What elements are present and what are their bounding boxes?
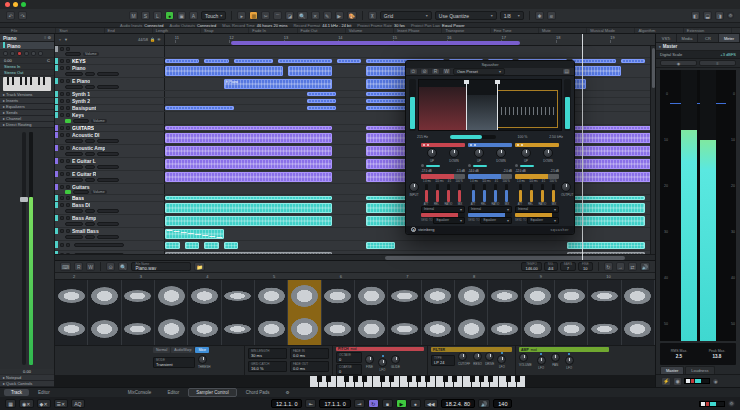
band-mini-slider[interactable]: [458, 184, 461, 202]
track-mini-slider[interactable]: [65, 209, 83, 213]
waveform-slice[interactable]: [322, 280, 355, 345]
pitch-lfo-knob[interactable]: [378, 358, 387, 367]
track-mini-slider[interactable]: [85, 72, 95, 76]
track-solo-button[interactable]: [66, 172, 70, 176]
audio-event[interactable]: [165, 196, 332, 200]
track-solo-button[interactable]: [66, 133, 70, 137]
audio-event[interactable]: [572, 59, 616, 63]
audio-event[interactable]: [307, 106, 336, 110]
audio-event[interactable]: [567, 242, 645, 249]
erase-tool-icon[interactable]: ◪: [285, 11, 294, 20]
record-button[interactable]: ●: [410, 399, 421, 408]
read-automation-button[interactable]: [65, 190, 71, 194]
info-field[interactable]: Volume: [346, 28, 394, 33]
meter-peak-button[interactable]: ◉: [660, 60, 697, 66]
track-header-acoustic-di[interactable]: Acoustic DI: [55, 132, 165, 144]
waveform-slice[interactable]: [155, 280, 188, 345]
waveform-slice[interactable]: [288, 280, 321, 345]
slice-field-fade-in[interactable]: FADE IN0.0 ms: [290, 348, 329, 359]
track-header-e-piano[interactable]: E Piano: [55, 78, 165, 90]
play-tool-icon[interactable]: ▶: [335, 11, 344, 20]
info-field[interactable]: Length: [153, 28, 201, 33]
track-solo-button[interactable]: [66, 113, 70, 117]
plugin-read-button[interactable]: R: [431, 68, 440, 75]
track-mute-button[interactable]: [60, 243, 64, 247]
track-mini-slider[interactable]: [85, 222, 95, 226]
amp-lfo-knob[interactable]: [565, 356, 574, 365]
talkback-icon[interactable]: ◉: [673, 377, 682, 386]
track-solo-button[interactable]: [66, 106, 70, 110]
track-mute-button[interactable]: [60, 203, 64, 207]
audio-event[interactable]: [165, 133, 332, 143]
band-header[interactable]: [421, 143, 465, 147]
meter-tab-loudness[interactable]: Loudness: [685, 366, 714, 374]
filter-reso-knob[interactable]: [473, 352, 482, 361]
arranger-icon[interactable]: ≋: [547, 11, 556, 20]
cycle-region[interactable]: [231, 41, 520, 45]
left-zone-tab-editor[interactable]: Editor: [31, 389, 57, 396]
meter-tab-master[interactable]: Master: [660, 366, 684, 374]
mode-tab-normal[interactable]: Normal: [153, 347, 170, 353]
track-mini-slider[interactable]: [97, 85, 119, 89]
piano-key-black[interactable]: [479, 376, 484, 382]
left-locator-display[interactable]: 12.1.1. 0: [271, 399, 302, 408]
waveform-slice[interactable]: [355, 280, 388, 345]
threshold-range-bar[interactable]: [421, 174, 465, 179]
mute-tool-icon[interactable]: ✕: [311, 11, 320, 20]
info-field[interactable]: Algorithm: [635, 28, 683, 33]
track-mute-button[interactable]: [60, 79, 64, 83]
octave-field[interactable]: OCTAVE0: [336, 352, 362, 363]
band-down-knob[interactable]: [543, 148, 553, 158]
digital-scale-value[interactable]: +3 dBFS: [720, 52, 736, 57]
audio-event[interactable]: [185, 242, 200, 249]
grid-type-select[interactable]: Use Quantize▾: [435, 11, 497, 20]
zoom-tool-icon[interactable]: 🔍: [297, 11, 307, 20]
audio-event[interactable]: [366, 242, 395, 249]
audio-event[interactable]: [278, 59, 332, 63]
dim-icon[interactable]: ⚡: [661, 377, 671, 386]
split-handle-high[interactable]: [497, 80, 498, 130]
track-solo-button[interactable]: [66, 203, 70, 207]
track-mute-button[interactable]: [60, 172, 64, 176]
amp-lfo-knob[interactable]: [537, 356, 546, 365]
draw-tool-icon[interactable]: ✎: [323, 11, 332, 20]
track-mute-button[interactable]: [60, 92, 64, 96]
sidechain-source-select[interactable]: Internal▾: [421, 206, 465, 213]
track-mini-slider[interactable]: [85, 165, 95, 169]
track-mute-button[interactable]: [60, 59, 64, 63]
track-header-sampler[interactable]: [55, 241, 165, 250]
automation-mode-select[interactable]: Touch▾: [201, 11, 226, 20]
eye-icon[interactable]: 👁: [157, 37, 161, 42]
piano-key-black[interactable]: [362, 376, 367, 382]
audio-event[interactable]: [165, 159, 332, 169]
piano-key-black[interactable]: [344, 376, 349, 382]
threshold-range-bar[interactable]: [515, 174, 559, 179]
filter-tracks-icon[interactable]: ▼: [64, 37, 68, 42]
chevron-down-icon[interactable]: ▾: [659, 45, 661, 49]
band-mini-slider[interactable]: [472, 184, 475, 202]
total-amount-slider[interactable]: [450, 135, 496, 139]
audio-event[interactable]: [337, 59, 362, 63]
send-to-select[interactable]: Equalizer▾: [433, 217, 465, 224]
right-zone-tab-cr[interactable]: CR: [698, 34, 719, 42]
goto-left-locator-icon[interactable]: ⇤: [305, 399, 316, 408]
info-field[interactable]: Mute: [539, 28, 587, 33]
waveform-slice[interactable]: [88, 280, 121, 345]
band-down-knob[interactable]: [449, 148, 459, 158]
magnify-icon[interactable]: 🔍: [118, 262, 128, 271]
sampler-field-tempo[interactable]: TEMPO146.00: [521, 262, 541, 271]
track-solo-button[interactable]: [66, 146, 70, 150]
punch-out-icon[interactable]: ◆✕: [37, 399, 51, 408]
split-tool-icon[interactable]: ✂: [261, 11, 270, 20]
lock-icon[interactable]: 🔒: [150, 37, 155, 42]
audio-event[interactable]: E Piano: [224, 79, 332, 89]
audio-event[interactable]: [307, 99, 336, 103]
track-solo-button[interactable]: [66, 229, 70, 233]
track-header-synth-2[interactable]: Synth 2: [55, 98, 165, 104]
audio-event[interactable]: [165, 126, 332, 130]
redo-icon[interactable]: ↷: [18, 11, 27, 20]
track-mini-slider[interactable]: [65, 139, 83, 143]
track-mute-button[interactable]: [60, 106, 64, 110]
right-locator-display[interactable]: 17.1.1. 0: [319, 399, 350, 408]
track-mute-button[interactable]: [60, 229, 64, 233]
